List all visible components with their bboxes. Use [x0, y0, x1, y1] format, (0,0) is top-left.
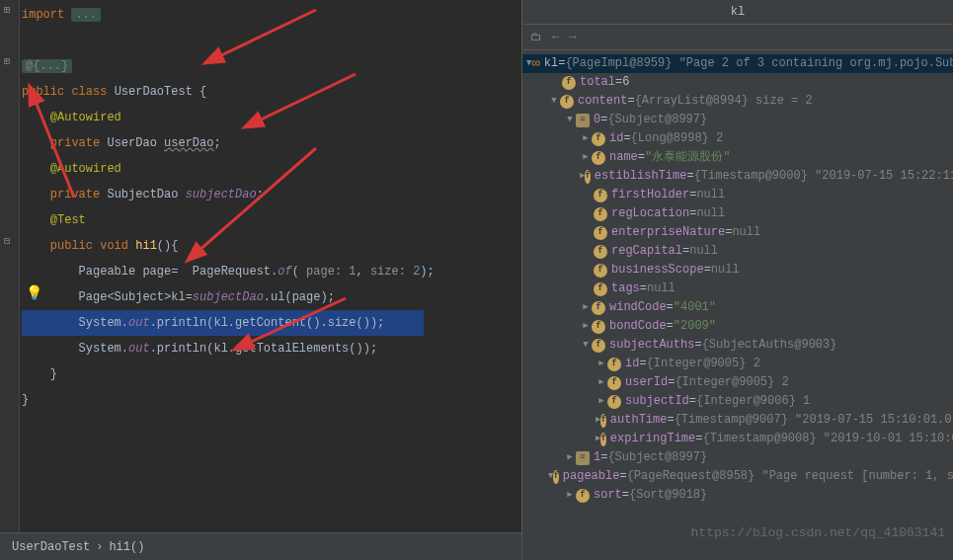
- tree-row[interactable]: ▶fsort = {Sort@9018}: [522, 486, 953, 505]
- field-icon: f: [594, 264, 607, 278]
- expand-icon[interactable]: ▶: [580, 129, 592, 148]
- tree-row[interactable]: ftags = null: [522, 280, 953, 298]
- out-field: out: [128, 342, 150, 356]
- field-value: {PageRequest@8958} "Page request [number…: [627, 467, 953, 486]
- expand-icon[interactable]: ▼: [580, 336, 592, 355]
- breadcrumb-method[interactable]: hi1(): [109, 540, 144, 554]
- var-name: kl: [544, 54, 558, 73]
- tree-row[interactable]: ▶fbondCode = "2009": [522, 317, 953, 336]
- tree-row[interactable]: ▶fname = "永泰能源股份": [522, 148, 953, 167]
- field-value: {Timestamp@9008} "2019-10-01 15:10:03: [702, 430, 953, 448]
- method-kw: public void: [50, 239, 128, 253]
- pageable-type: Pageable: [79, 265, 136, 279]
- tree-row[interactable]: ▼fcontent = {ArrayList@8994} size = 2: [522, 92, 953, 111]
- subjectdao-type: SubjectDao: [107, 188, 178, 201]
- tree-row[interactable]: ftotal = 6: [522, 73, 953, 92]
- tree-row[interactable]: ffirstHolder = null: [522, 186, 953, 204]
- expand-icon[interactable]: ▶: [596, 392, 607, 411]
- field-value: {Timestamp@9000} "2019-07-15 15:22:11.0": [694, 167, 953, 186]
- field-value: null: [711, 261, 740, 280]
- gutter: [0, 0, 20, 532]
- field-value: null: [696, 186, 725, 204]
- import-fold[interactable]: ...: [71, 8, 101, 22]
- intention-bulb-icon[interactable]: 💡: [26, 284, 42, 301]
- subjectdao-field: subjectDao: [186, 188, 257, 201]
- field-value: {Subject@8997}: [607, 448, 707, 467]
- field-name: userId: [625, 373, 668, 392]
- expand-icon[interactable]: ▶: [580, 148, 592, 167]
- field-value: {Sort@9018}: [629, 486, 707, 505]
- tree-row[interactable]: fbusinessScope = null: [522, 261, 953, 280]
- page-val: 1: [349, 265, 356, 279]
- arrow-left-icon[interactable]: ←: [552, 31, 559, 44]
- field-name: authTime: [610, 411, 668, 430]
- list-item-icon: ≡: [576, 451, 590, 465]
- field-name: subjectAuths: [609, 336, 694, 355]
- private-kw: private: [50, 188, 100, 201]
- paren: (){: [157, 239, 179, 253]
- tree-row[interactable]: ▼≡0 = {Subject@8997}: [522, 111, 953, 129]
- expand-icon[interactable]: ▶: [596, 355, 607, 373]
- field-icon: f: [592, 151, 605, 165]
- field-name: bondCode: [609, 317, 667, 336]
- tree-row[interactable]: ▶≡1 = {Subject@8997}: [522, 448, 953, 467]
- tree-row[interactable]: fregCapital = null: [522, 242, 953, 261]
- code-editor[interactable]: ⊞ ⊞ ⊟ 💡 import ... @{...} public class U…: [0, 0, 521, 532]
- fold-icon[interactable]: ⊟: [4, 235, 10, 247]
- brace: }: [22, 393, 29, 407]
- field-value: null: [689, 242, 718, 261]
- field-icon: f: [562, 76, 576, 90]
- tree-row[interactable]: ▼fsubjectAuths = {SubjectAuths@9003}: [522, 336, 953, 355]
- pagerequest: PageRequest.: [193, 265, 278, 279]
- tree-row[interactable]: ▶fsubjectId = {Integer@9006} 1: [522, 392, 953, 411]
- breadcrumb-class[interactable]: UserDaoTest: [12, 540, 90, 554]
- arrow-right-icon[interactable]: →: [569, 31, 576, 44]
- field-icon: f: [592, 320, 605, 334]
- expand-icon[interactable]: ▶: [564, 486, 576, 505]
- field-value: {Timestamp@9007} "2019-07-15 15:10:01.0": [675, 411, 953, 430]
- tree-row[interactable]: ▶fid = {Long@8998} 2: [522, 129, 953, 148]
- field-icon: f: [600, 414, 605, 428]
- tree-row[interactable]: ▶festiblishTime = {Timestamp@9000} "2019…: [522, 167, 953, 186]
- field-value: 6: [622, 73, 629, 92]
- page-var: page: [142, 265, 171, 279]
- expand-icon[interactable]: ▶: [596, 373, 607, 392]
- field-icon: f: [594, 226, 607, 240]
- fold-icon[interactable]: ⊞: [4, 4, 10, 16]
- field-name: businessScope: [611, 261, 704, 280]
- field-value: null: [696, 204, 725, 223]
- field-icon: f: [594, 282, 607, 296]
- field-value: {Integer@9006} 1: [696, 392, 810, 411]
- field-icon: f: [594, 245, 607, 259]
- infinity-icon: ∞: [531, 54, 539, 73]
- size-param-hint: size:: [370, 265, 413, 279]
- field-value: {ArrayList@8994} size = 2: [635, 92, 813, 111]
- tree-row[interactable]: ▼fpageable = {PageRequest@8958} "Page re…: [522, 467, 953, 486]
- folder-icon[interactable]: 🗀: [530, 30, 542, 44]
- expand-icon[interactable]: ▶: [580, 298, 592, 317]
- fold-icon[interactable]: ⊞: [4, 55, 10, 67]
- userdao-field: userDao: [164, 136, 213, 150]
- expand-icon[interactable]: ▶: [580, 317, 592, 336]
- expand-icon[interactable]: ▼: [564, 111, 576, 129]
- expand-icon[interactable]: ▶: [564, 448, 576, 467]
- tree-row[interactable]: fregLocation = null: [522, 204, 953, 223]
- field-name: tags: [611, 280, 640, 298]
- tree-row[interactable]: fenterpriseNature = null: [522, 223, 953, 242]
- tree-row[interactable]: ▶fauthTime = {Timestamp@9007} "2019-07-1…: [522, 411, 953, 430]
- tree-row[interactable]: ▶fexpiringTime = {Timestamp@9008} "2019-…: [522, 430, 953, 448]
- tree-root-row[interactable]: ▼∞kl = {PageImpl@8959} "Page 2 of 3 cont…: [522, 54, 953, 73]
- page-subject-type: Page<Subject>: [79, 290, 172, 304]
- debug-variables-tree[interactable]: ▼∞kl = {PageImpl@8959} "Page 2 of 3 cont…: [522, 50, 953, 560]
- anno-fold[interactable]: @{...}: [22, 59, 72, 73]
- field-value: "2009": [674, 317, 716, 336]
- size-val: 2: [413, 265, 420, 279]
- expand-icon[interactable]: ▼: [548, 92, 560, 111]
- breadcrumb[interactable]: UserDaoTest › hi1(): [0, 532, 521, 560]
- tree-row[interactable]: ▶fid = {Integer@9005} 2: [522, 355, 953, 373]
- eq: =: [171, 265, 193, 279]
- tree-row[interactable]: ▶fwindCode = "4001": [522, 298, 953, 317]
- println: .println(: [150, 342, 214, 356]
- field-value: "4001": [674, 298, 716, 317]
- tree-row[interactable]: ▶fuserId = {Integer@9005} 2: [522, 373, 953, 392]
